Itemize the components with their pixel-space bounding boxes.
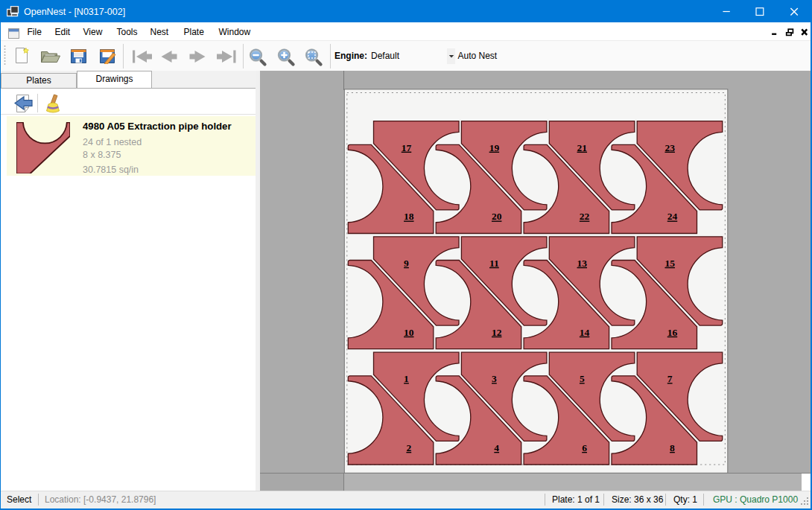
svg-text:16: 16 [667, 327, 677, 338]
svg-text:6: 6 [582, 442, 587, 453]
svg-text:20: 20 [492, 211, 502, 222]
svg-text:13: 13 [577, 258, 587, 269]
svg-text:15: 15 [664, 258, 675, 269]
svg-text:9: 9 [404, 258, 409, 269]
svg-text:21: 21 [577, 142, 587, 153]
svg-text:1: 1 [404, 373, 409, 384]
svg-text:19: 19 [489, 142, 499, 153]
svg-text:2: 2 [406, 442, 411, 453]
svg-text:3: 3 [492, 373, 497, 384]
svg-text:12: 12 [492, 327, 502, 338]
svg-text:24: 24 [667, 211, 677, 222]
svg-text:7: 7 [667, 373, 673, 384]
svg-text:14: 14 [580, 327, 590, 338]
svg-text:18: 18 [404, 211, 414, 222]
svg-text:11: 11 [489, 258, 499, 269]
svg-text:8: 8 [670, 442, 675, 453]
svg-text:23: 23 [664, 142, 675, 153]
svg-text:17: 17 [401, 142, 411, 153]
svg-text:5: 5 [580, 373, 585, 384]
svg-text:4: 4 [494, 442, 499, 453]
svg-text:10: 10 [404, 327, 414, 338]
svg-text:22: 22 [580, 211, 590, 222]
